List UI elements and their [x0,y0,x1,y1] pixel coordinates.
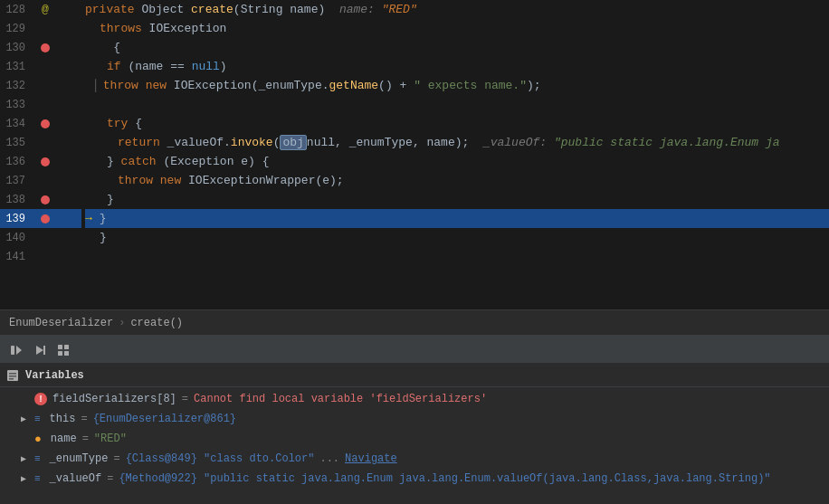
expand-arrow-enumtype[interactable]: ▶ [18,453,29,464]
svg-rect-3 [43,346,45,355]
variables-list[interactable]: ! fieldSerializers[8] = Cannot find loca… [0,387,829,504]
code-lines: private Object create (String name) name… [81,0,829,309]
svg-rect-10 [9,376,16,377]
code-line-134: try { [85,114,829,133]
line-num-134: 134 [0,118,36,130]
line-num-138: 138 [0,194,36,206]
var-row-name[interactable]: ● name = "RED" [0,429,829,449]
gutter-row-138: 138 [0,190,81,209]
variables-label: Variables [25,369,84,382]
breakpoint-area-134[interactable] [36,119,54,128]
kw-try: try [107,117,135,130]
var-eq-enumtype: = [113,452,119,465]
gutter-row-139: 139 [0,209,81,228]
line-num-130: 130 [0,42,36,54]
kw-return: return [118,136,167,149]
line-num-128: 128 [0,4,36,16]
var-meta-enumtype: ... [319,452,339,465]
var-navigate-enumtype[interactable]: Navigate [345,452,397,465]
error-icon-field-serializers: ! [34,393,47,405]
kw-throws: throws [100,22,149,35]
debug-step-btn[interactable] [7,341,25,359]
fn-create: create [191,3,233,16]
kw-catch: catch [121,155,164,168]
kw-new-137: new [160,174,188,187]
breakpoint-area-136[interactable] [36,157,54,166]
hint-valueof-135: _valueOf: [483,136,554,149]
gutter-row-134: 134 [0,114,81,133]
var-name-valueof: _valueOf [50,472,102,485]
brace-close-136: } [107,155,121,168]
fn-invoke: invoke [231,136,273,149]
brace-close-138: } [107,193,114,206]
code-line-132: │ throw new IOException (_enumType. getN… [85,76,829,95]
var-eq-name: = [82,433,89,445]
variables-header: Variables [0,364,829,387]
line-num-135: 135 [0,137,36,149]
breakpoint-area-130[interactable] [36,43,54,52]
field-icon-this: ≡ [34,414,41,424]
line-num-131: 131 [0,61,36,73]
gutter-row-141: 141 [0,247,81,266]
breakpoint-dot-130 [41,43,50,52]
svg-marker-2 [36,346,43,355]
kw-throw-137: throw [118,174,160,187]
var-val-this: {EnumDeserializer@861} [93,413,236,425]
breadcrumb-method[interactable]: create() [130,317,183,329]
brace-close-139: } [100,212,107,225]
breakpoint-area-139[interactable] [36,214,54,223]
svg-rect-9 [9,373,16,375]
code-line-138: } [85,190,829,209]
arrow-indicator: → [85,212,92,225]
var-row-valueof[interactable]: ▶ ≡ _valueOf = {Method@922} "public stat… [0,469,829,489]
catch-param-136: (Exception e) { [163,155,269,168]
hint-valueof-val: "public static java.lang.Enum ja [554,136,780,149]
type-object: Object [141,3,191,16]
svg-marker-1 [16,346,22,355]
expand-arrow-this[interactable]: ▶ [18,414,29,424]
var-name-this: this [50,413,76,425]
breadcrumb-class[interactable]: EnumDeserializer [9,317,113,329]
code-container: 128 @ 129 130 131 [0,0,829,309]
gutter-row-129: 129 [0,19,81,38]
var-eq-field-serializers: = [182,393,188,405]
kw-throw-132: throw [103,79,146,92]
var-val-name: "RED" [94,433,127,445]
code-line-129: throws IOException [85,19,829,38]
line-num-136: 136 [0,156,36,168]
code-line-141 [85,247,829,266]
code-line-136: } catch (Exception e) { [85,152,829,171]
line-num-132: 132 [0,80,36,92]
var-eq-valueof: = [107,472,113,485]
debugger-main: Variables ! fieldSerializers[8] = Cannot… [0,364,829,504]
var-name-enumtype: _enumType [50,452,109,465]
code-line-140: } [85,228,829,247]
param-icon-name: ● [34,433,42,446]
code-line-131: if (name == null ) [85,57,829,76]
expand-arrow-valueof[interactable]: ▶ [18,473,29,484]
var-name-field-serializers: fieldSerializers[8] [52,393,176,405]
var-row-enumtype[interactable]: ▶ ≡ _enumType = {Class@849} "class dto.C… [0,449,829,469]
gutter-row-131: 131 [0,57,81,76]
debugger-area: Variables ! fieldSerializers[8] = Cannot… [0,335,829,504]
var-row-this[interactable]: ▶ ≡ this = {EnumDeserializer@861} [0,409,829,429]
fn-getname: getName [329,79,379,92]
debug-resume-btn[interactable] [31,341,49,359]
var-valueof-135: _valueOf. [167,136,231,149]
code-132b: (_enumType. [252,79,329,92]
var-row-field-serializers[interactable]: ! fieldSerializers[8] = Cannot find loca… [0,389,829,409]
svg-rect-11 [9,378,14,380]
breakpoint-area-138[interactable] [36,195,54,204]
debug-grid-btn[interactable] [54,341,72,359]
svg-rect-6 [58,351,62,356]
line-num-133: 133 [0,99,36,111]
code-137b: (e); [315,174,343,187]
code-132d: ); [527,79,541,92]
breakpoint-area-128[interactable]: @ [36,3,54,16]
brace-open-134: { [135,117,142,130]
gutter-row-137: 137 [0,171,81,190]
paren-open-135: ( [273,136,281,149]
breakpoint-dot-138 [41,195,50,204]
kw-private: private [85,3,141,16]
breadcrumb-bar: EnumDeserializer › create() [0,309,829,335]
